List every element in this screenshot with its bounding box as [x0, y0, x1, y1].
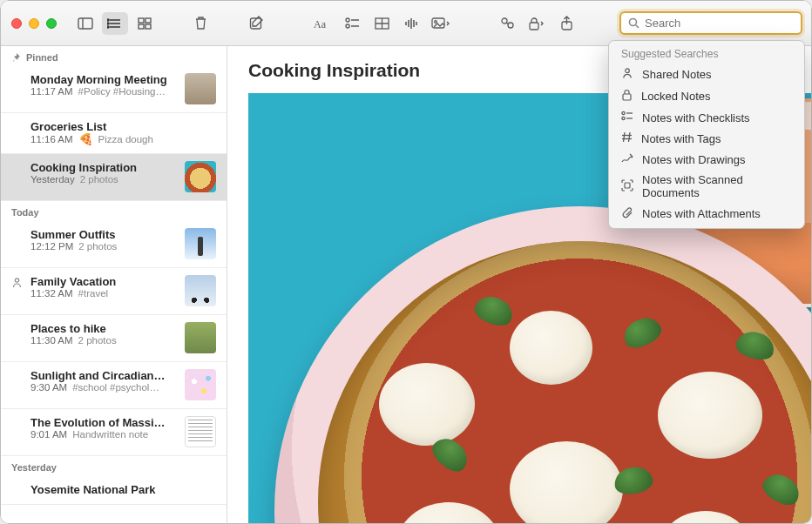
zoom-window-button[interactable] [46, 18, 57, 29]
search-field[interactable] [619, 11, 802, 35]
svg-line-33 [636, 25, 639, 28]
link-note-button[interactable] [494, 12, 520, 35]
pinned-section-header: Pinned [1, 46, 227, 66]
note-list-item[interactable]: Yosemite National Park [1, 476, 227, 505]
media-menu-button[interactable] [428, 12, 454, 35]
note-item-snippet: Pizza dough [98, 134, 153, 144]
note-item-time: 11:17 AM [30, 86, 73, 97]
note-thumbnail [185, 369, 216, 400]
view-switcher [72, 12, 158, 35]
note-item-title: Groceries List [30, 120, 216, 133]
note-list-item[interactable]: Sunlight and Circadian… 9:30 AM #school … [1, 362, 227, 409]
notes-window: Aa [0, 0, 812, 524]
note-item-snippet: #travel [78, 288, 109, 299]
note-thumbnail [185, 161, 216, 192]
note-item-title: Summer Outfits [30, 228, 176, 241]
suggestion-label: Notes with Drawings [642, 153, 746, 166]
svg-point-6 [107, 23, 109, 24]
suggestions-header: Suggested Searches [609, 48, 804, 64]
sidebar-toggle-button[interactable] [72, 12, 98, 35]
window-controls [11, 18, 57, 29]
suggestion-tag[interactable]: Notes with Tags [609, 128, 804, 149]
svg-point-16 [346, 24, 349, 28]
audio-button[interactable] [398, 12, 424, 35]
note-item-time: 11:32 AM [30, 288, 73, 299]
note-item-snippet: 2 photos [80, 174, 118, 185]
suggestion-locked[interactable]: Locked Notes [609, 85, 804, 107]
list-view-button[interactable] [102, 12, 128, 35]
yesterday-section-header: Yesterday [1, 456, 227, 476]
note-list-item[interactable]: Cooking Inspiration Yesterday 2 photos [1, 154, 227, 201]
search-icon [628, 17, 639, 29]
suggestion-scan[interactable]: Notes with Scanned Documents [609, 170, 804, 203]
new-note-button[interactable] [243, 12, 269, 35]
svg-point-14 [346, 18, 349, 22]
notes-list[interactable]: Pinned Monday Morning Meeting 11:17 AM #… [1, 46, 227, 523]
gallery-view-button[interactable] [132, 12, 158, 35]
svg-rect-10 [139, 24, 144, 29]
note-thumbnail [185, 275, 216, 306]
note-list-item[interactable]: Family Vacation 11:32 AM #travel [1, 268, 227, 315]
note-item-time: 12:12 PM [30, 241, 73, 252]
note-thumbnail [185, 228, 216, 259]
today-label: Today [11, 207, 39, 218]
checklist-button[interactable] [339, 12, 365, 35]
lock-note-button[interactable] [524, 12, 550, 35]
svg-rect-8 [139, 18, 144, 23]
search-suggestions-popover: Suggested Searches Shared Notes Locked N… [608, 40, 805, 229]
note-list-item[interactable]: Monday Morning Meeting 11:17 AM #Policy … [1, 66, 227, 113]
svg-point-7 [107, 26, 109, 28]
suggestion-label: Shared Notes [642, 68, 712, 81]
yesterday-label: Yesterday [11, 462, 57, 473]
format-text-button[interactable]: Aa [309, 12, 335, 35]
note-item-time: 9:01 AM [30, 429, 67, 440]
share-group [494, 12, 579, 35]
pin-icon [11, 53, 21, 63]
share-button[interactable] [553, 12, 579, 35]
tag-icon [621, 131, 633, 145]
suggestion-attachment[interactable]: Notes with Attachments [609, 203, 804, 225]
suggestion-label: Notes with Checklists [642, 111, 750, 124]
minimize-window-button[interactable] [29, 18, 39, 29]
note-list-item[interactable]: The Evolution of Massi… 9:01 AM Handwrit… [1, 409, 227, 456]
note-item-title: Monday Morning Meeting [30, 73, 176, 86]
search-input[interactable] [645, 17, 794, 30]
format-group: Aa [309, 12, 454, 35]
note-item-title: Cooking Inspiration [30, 161, 176, 174]
note-item-title: Sunlight and Circadian… [30, 369, 176, 382]
suggestion-shared[interactable]: Shared Notes [609, 64, 804, 85]
svg-point-5 [107, 19, 109, 21]
svg-point-32 [630, 19, 637, 26]
svg-point-35 [626, 69, 630, 73]
note-list-item[interactable]: Summer Outfits 12:12 PM 2 photos [1, 221, 227, 268]
suggestion-drawing[interactable]: Notes with Drawings [609, 149, 804, 170]
note-item-time: 9:30 AM [30, 382, 67, 393]
svg-point-34 [15, 279, 18, 282]
note-list-item[interactable]: Groceries List 11:16 AM 🍕 Pizza dough [1, 113, 227, 154]
close-window-button[interactable] [11, 18, 22, 29]
suggestion-checklist[interactable]: Notes with Checklists [609, 107, 804, 128]
suggestion-label: Notes with Attachments [642, 207, 761, 220]
attachment-icon [621, 206, 633, 221]
svg-rect-30 [530, 23, 538, 30]
svg-rect-9 [145, 18, 151, 23]
locked-icon [621, 89, 633, 104]
table-button[interactable] [369, 12, 395, 35]
svg-line-41 [624, 132, 626, 142]
svg-line-42 [629, 132, 631, 142]
svg-rect-11 [145, 24, 151, 29]
shared-icon [11, 277, 23, 291]
suggestion-label: Notes with Tags [641, 132, 721, 145]
note-item-title: Family Vacation [30, 275, 176, 288]
pinned-label: Pinned [26, 52, 58, 63]
delete-note-button[interactable] [187, 12, 213, 35]
note-thumbnail [185, 73, 216, 104]
svg-rect-45 [625, 183, 630, 188]
note-item-snippet: Handwritten note [72, 429, 148, 440]
svg-point-27 [435, 20, 437, 23]
scan-icon [621, 179, 633, 194]
svg-point-39 [622, 117, 625, 119]
note-item-snippet: 2 photos [78, 335, 117, 346]
checklist-icon [621, 111, 633, 124]
note-list-item[interactable]: Places to hike 11:30 AM 2 photos [1, 315, 227, 362]
